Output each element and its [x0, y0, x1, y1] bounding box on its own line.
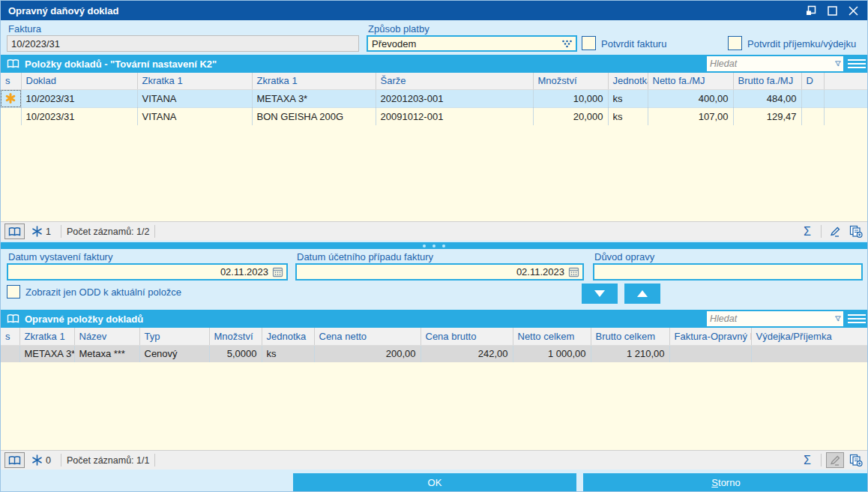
- col-jednotka[interactable]: Jednotka: [262, 328, 314, 345]
- col-jednotka[interactable]: Jednotka: [608, 73, 648, 89]
- col-brutto-celkem[interactable]: Brutto celkem: [591, 328, 669, 345]
- col-typ[interactable]: Typ: [139, 328, 209, 345]
- faktura-field: [7, 35, 359, 52]
- col-zkratka1[interactable]: Zkratka 1: [137, 73, 252, 89]
- title-bar: Opravný daňový doklad: [1, 1, 867, 20]
- grid2-status-bar: 0 Počet záznamů: 1/1 Σ: [1, 450, 868, 470]
- col-cena-brutto[interactable]: Cena brutto: [421, 328, 513, 345]
- col-vydejka[interactable]: Výdejka/Příjemka: [751, 328, 868, 345]
- datum-ucetniho-input[interactable]: [297, 265, 568, 279]
- datum-vystaveni-label: Datum vystavení faktury: [8, 251, 112, 262]
- zpusob-platby-label: Způsob platby: [368, 23, 430, 34]
- datum-vystaveni-field[interactable]: [7, 263, 288, 280]
- current-record-marker-icon: [1, 91, 20, 106]
- datum-vystaveni-input[interactable]: [8, 265, 272, 279]
- col-netto[interactable]: Netto fa./MJ: [648, 73, 733, 89]
- restore-window-icon[interactable]: [806, 5, 816, 16]
- book-view-button[interactable]: [4, 452, 25, 468]
- duvod-opravy-input[interactable]: [594, 265, 861, 279]
- close-icon[interactable]: [848, 5, 858, 16]
- arrow-up-icon: [637, 290, 648, 297]
- book-view-button[interactable]: [4, 224, 25, 239]
- grid1-header-row: s Doklad Zkratka 1 Zkratka 1 Šarže Množs…: [1, 73, 868, 89]
- faktura-label: Faktura: [8, 23, 41, 34]
- col-netto-celkem[interactable]: Netto celkem: [513, 328, 591, 345]
- col-zkratka1b[interactable]: Zkratka 1: [252, 73, 376, 89]
- panel-title: Opravné položky dokladů: [25, 314, 143, 325]
- col-sarze[interactable]: Šarže: [376, 73, 533, 89]
- book-icon: [7, 58, 19, 69]
- table-row[interactable]: METAXA 3* Metaxa *** Cenový 5,0000 ks 20…: [1, 345, 868, 362]
- col-doklad[interactable]: Doklad: [21, 73, 137, 89]
- col-s[interactable]: s: [1, 73, 21, 89]
- storno-button[interactable]: Storno: [583, 473, 868, 491]
- splitter-handle[interactable]: [1, 242, 867, 249]
- potvrdit-fakturu-checkbox[interactable]: [582, 36, 596, 50]
- potvrdit-fakturu-label: Potvrdit fakturu: [601, 38, 666, 50]
- flagged-count: 0: [46, 455, 51, 466]
- flagged-records-icon: [31, 454, 43, 466]
- col-brutto[interactable]: Brutto fa./MJ: [733, 73, 801, 89]
- filter-icon[interactable]: [835, 58, 841, 69]
- book-icon: [7, 314, 19, 324]
- datum-ucetniho-field[interactable]: [295, 263, 584, 280]
- col-mnozstvi[interactable]: Množství: [209, 328, 262, 345]
- grid1-search-input[interactable]: [707, 56, 835, 71]
- record-count: Počet záznamů: 1/2: [67, 226, 149, 237]
- zobrazit-odd-label: Zobrazit jen ODD k aktuální položce: [25, 286, 181, 298]
- grid2-search-input[interactable]: [707, 311, 835, 326]
- grid2-search: [707, 311, 843, 326]
- col-d[interactable]: D: [801, 73, 824, 89]
- flagged-count: 1: [46, 226, 51, 237]
- table-row[interactable]: 10/2023/31 VITANA BON GEISHA 200G 200910…: [1, 107, 868, 125]
- grid1-menu-icon[interactable]: [848, 56, 866, 71]
- edit-icon[interactable]: [826, 224, 844, 239]
- calendar-icon[interactable]: [568, 266, 579, 278]
- zobrazit-odd-checkbox[interactable]: [7, 285, 20, 298]
- datum-ucetniho-label: Datum účetního případu faktury: [297, 251, 433, 262]
- polozky-dokladu-header: Položky dokladů - "Tovární nastavení K2": [1, 55, 868, 73]
- grid2-menu-icon[interactable]: [848, 311, 866, 326]
- table-row[interactable]: 10/2023/31 VITANA METAXA 3* 20201203-001…: [1, 89, 868, 107]
- copy-add-icon[interactable]: [847, 224, 865, 239]
- duvod-opravy-field[interactable]: [593, 263, 863, 280]
- zpusob-platby-combobox[interactable]: [367, 35, 577, 52]
- potvrdit-prijemku-label: Potvrdit příjemku/výdejku: [747, 38, 856, 50]
- combo-dropdown-icon[interactable]: [561, 40, 573, 48]
- move-down-button[interactable]: [582, 284, 618, 304]
- col-mnozstvi[interactable]: Množství: [533, 73, 608, 89]
- col-zkratka1[interactable]: Zkratka 1: [19, 328, 74, 345]
- grid2-header-row: s Zkratka 1 Název Typ Množství Jednotka …: [1, 328, 868, 345]
- filter-icon[interactable]: [835, 314, 841, 324]
- grid1-search: [707, 56, 843, 71]
- opravne-polozky-header: Opravné položky dokladů: [1, 310, 868, 328]
- potvrdit-prijemku-checkbox[interactable]: [728, 36, 742, 50]
- opravne-polozky-table: s Zkratka 1 Název Typ Množství Jednotka …: [1, 328, 868, 363]
- dialog-window: Opravný daňový doklad Faktura Způsob pla…: [0, 0, 868, 492]
- grid1-empty-area: [1, 125, 868, 221]
- col-cena-netto[interactable]: Cena netto: [314, 328, 421, 345]
- grid2-empty-area: [1, 362, 868, 450]
- maximize-icon[interactable]: [827, 5, 837, 16]
- polozky-dokladu-table: s Doklad Zkratka 1 Zkratka 1 Šarže Množs…: [1, 73, 868, 126]
- ok-button[interactable]: OK: [293, 473, 576, 491]
- panel-title: Položky dokladů - "Tovární nastavení K2": [25, 58, 217, 70]
- col-filler: [824, 73, 868, 89]
- faktura-value: [7, 36, 358, 51]
- col-faktura-odd[interactable]: Faktura-Opravný DD: [669, 328, 751, 345]
- edit-icon-disabled: [826, 452, 844, 468]
- record-count: Počet záznamů: 1/1: [67, 455, 149, 466]
- window-title: Opravný daňový doklad: [1, 5, 118, 16]
- polozky-dokladu-panel: Položky dokladů - "Tovární nastavení K2"…: [1, 55, 868, 241]
- col-nazev[interactable]: Název: [74, 328, 139, 345]
- calendar-icon[interactable]: [272, 266, 283, 278]
- zpusob-platby-value[interactable]: [368, 37, 561, 50]
- opravne-polozky-panel: Opravné položky dokladů s Zkratka 1 Náze…: [1, 310, 868, 470]
- move-up-button[interactable]: [624, 284, 660, 304]
- col-s[interactable]: s: [1, 328, 19, 345]
- sum-icon[interactable]: Σ: [798, 224, 816, 239]
- duvod-opravy-label: Důvod opravy: [594, 251, 654, 262]
- copy-add-icon[interactable]: [847, 452, 865, 468]
- sum-icon[interactable]: Σ: [798, 452, 816, 468]
- flagged-records-icon: [31, 226, 43, 237]
